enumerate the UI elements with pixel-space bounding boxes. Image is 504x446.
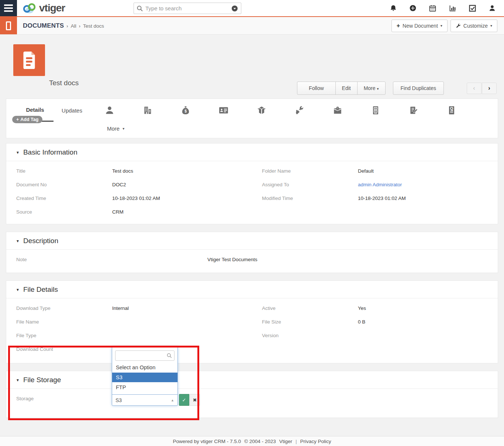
more-actions-label: More <box>364 85 376 91</box>
field-created-time: Created Time 10-18-2023 01:02 AM <box>6 191 252 205</box>
storage-save-button[interactable]: ✓ <box>179 394 189 406</box>
follow-button[interactable]: Follow <box>297 82 335 95</box>
plus-icon: + <box>16 117 19 122</box>
field-value: Internal <box>112 305 129 311</box>
caret-down-icon: ▾ <box>377 87 379 91</box>
tab-esign[interactable] <box>394 99 432 122</box>
customize-button[interactable]: Customize ▾ <box>451 20 497 32</box>
tabs-more-dropdown[interactable]: More ▾ <box>6 122 498 132</box>
dropdown-option-s3[interactable]: S3 <box>112 373 177 382</box>
tab-quotes[interactable]: Q <box>432 99 470 122</box>
breadcrumb-item-all[interactable]: All <box>71 23 76 29</box>
field-storage: Storage <box>6 392 498 405</box>
field-download-type: Download Type Internal <box>6 301 252 315</box>
tab-documents-cabinet[interactable] <box>356 99 394 122</box>
documents-module-icon[interactable] <box>0 17 17 34</box>
field-label: Download Count <box>16 346 112 352</box>
field-modified-time: Modified Time 10-18-2023 01:02 AM <box>252 191 498 205</box>
global-search[interactable] <box>134 3 241 14</box>
field-value: Vtiger Test Documents <box>207 257 258 262</box>
tab-leads[interactable] <box>204 99 242 122</box>
tab-services[interactable] <box>280 99 318 122</box>
edit-button[interactable]: Edit <box>335 82 358 95</box>
storage-select-control[interactable]: S3 ▲ <box>112 394 177 405</box>
storage-dropdown-popup: Select an Option S3 FTP S3 ▲ <box>112 347 178 406</box>
tab-contacts[interactable] <box>90 99 128 122</box>
field-assigned-to: Assigned To admin Administrator <box>252 178 498 191</box>
svg-text:$: $ <box>184 109 187 113</box>
tab-products[interactable] <box>242 99 280 122</box>
dropdown-option-prompt[interactable]: Select an Option <box>112 363 177 372</box>
add-tag-button[interactable]: + Add Tag <box>12 116 42 123</box>
storage-cancel-button[interactable]: ✖ <box>190 394 200 406</box>
customize-label: Customize <box>463 23 488 29</box>
search-scope-chevron-icon[interactable] <box>231 5 238 12</box>
section-title: File Storage <box>23 376 61 384</box>
vtiger-logo[interactable]: vtiger <box>21 1 65 15</box>
field-value: Test docs <box>112 168 133 174</box>
collapse-caret-icon[interactable]: ▼ <box>16 378 20 382</box>
reports-chart-icon[interactable] <box>449 4 456 12</box>
quick-create-plus-icon[interactable] <box>409 4 417 12</box>
breadcrumb-module[interactable]: DOCUMENTS <box>23 22 64 30</box>
profile-user-icon[interactable] <box>489 4 496 12</box>
navbar-icons <box>390 4 504 12</box>
previous-record-button[interactable]: ‹ <box>467 83 481 94</box>
field-version: Version <box>252 329 498 342</box>
breadcrumb-bar: DOCUMENTS › All › Test docs + New Docume… <box>0 17 504 35</box>
page-title: Test docs <box>49 79 79 87</box>
breadcrumb-separator-icon: › <box>79 23 80 29</box>
add-tag-label: Add Tag <box>20 117 38 122</box>
tab-assets[interactable] <box>318 99 356 122</box>
more-actions-button[interactable]: More ▾ <box>357 82 386 95</box>
field-value: 10-18-2023 01:02 AM <box>112 196 160 201</box>
caret-down-icon: ▾ <box>490 24 492 28</box>
field-title: Title Test docs <box>6 164 252 178</box>
field-label: Download Type <box>16 305 112 311</box>
field-label: Note <box>16 257 207 262</box>
svg-text:Q: Q <box>450 106 453 111</box>
top-navbar: vtiger <box>0 0 504 17</box>
find-duplicates-button[interactable]: Find Duplicates <box>393 82 444 95</box>
storage-selected-value: S3 <box>115 397 122 403</box>
search-input[interactable] <box>145 5 229 11</box>
file-storage-section: ▼ File Storage Storage <box>6 371 498 418</box>
collapse-caret-icon[interactable]: ▼ <box>16 239 20 243</box>
tab-organizations[interactable] <box>128 99 166 122</box>
footer-divider: | <box>296 439 297 444</box>
description-section: ▼ Description Note Vtiger Test Documents <box>6 232 498 273</box>
footer: Powered by vtiger CRM - 7.5.0 © 2004 - 2… <box>0 436 504 446</box>
section-title: File Details <box>23 286 58 294</box>
basic-information-section: ▼ Basic Information Title Test docs Docu… <box>6 143 498 224</box>
field-note: Note Vtiger Test Documents <box>6 253 498 266</box>
plus-icon: + <box>397 24 400 28</box>
new-document-button[interactable]: + New Document ▾ <box>391 20 448 32</box>
breadcrumb-item-record[interactable]: Test docs <box>83 23 104 29</box>
new-document-label: New Document <box>403 23 438 29</box>
footer-company-link[interactable]: Vtiger <box>279 439 292 444</box>
field-label: Active <box>262 305 358 311</box>
tasks-checkbox-icon[interactable] <box>469 4 476 12</box>
field-label: Modified Time <box>262 196 358 201</box>
field-document-no: Document No DOC2 <box>6 178 252 191</box>
collapse-caret-icon[interactable]: ▼ <box>16 288 20 292</box>
tab-updates[interactable]: Updates <box>53 99 90 122</box>
dropdown-option-ftp[interactable]: FTP <box>112 383 177 392</box>
footer-powered-text: Powered by vtiger CRM - 7.5.0 <box>173 439 241 444</box>
field-folder-name: Folder Name Default <box>252 164 498 178</box>
field-file-size: File Size 0 B <box>252 315 498 329</box>
tab-opportunities[interactable]: $ <box>166 99 204 122</box>
assigned-to-link[interactable]: admin Administrator <box>358 182 402 187</box>
dropdown-search-box[interactable] <box>115 350 175 361</box>
calendar-icon[interactable] <box>429 4 436 12</box>
footer-copyright-text: © 2004 - 2023 <box>244 439 276 444</box>
caret-down-icon: ▾ <box>122 127 124 131</box>
collapse-caret-icon[interactable]: ▼ <box>16 151 20 155</box>
notifications-bell-icon[interactable] <box>390 4 397 12</box>
dropdown-search-input[interactable] <box>118 353 167 359</box>
privacy-policy-link[interactable]: Privacy Policy <box>300 439 331 444</box>
record-summary-header: Test docs + Add Tag Follow Edit More ▾ F… <box>0 35 504 92</box>
hamburger-menu-icon[interactable] <box>0 0 17 16</box>
next-record-button[interactable]: › <box>482 83 497 94</box>
field-file-name: File Name <box>6 315 252 329</box>
